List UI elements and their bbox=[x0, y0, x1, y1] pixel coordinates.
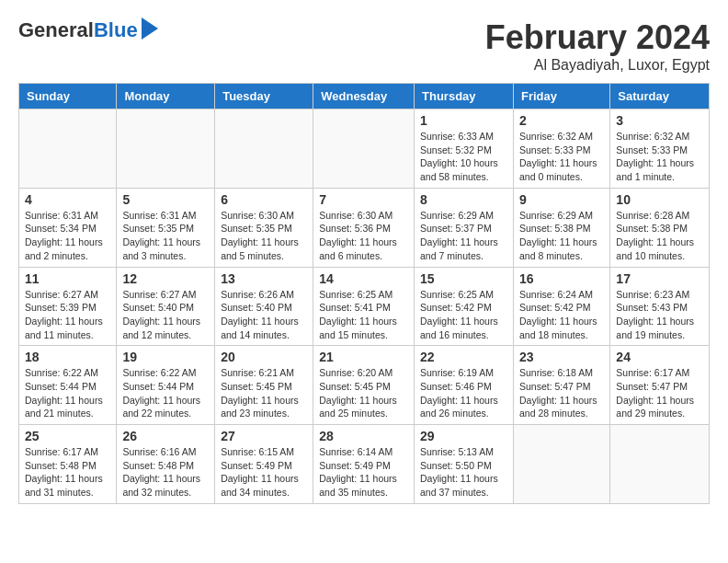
day-info: Sunrise: 6:16 AM Sunset: 5:48 PM Dayligh… bbox=[122, 445, 209, 500]
location-subtitle: Al Bayadiyah, Luxor, Egypt bbox=[485, 57, 710, 74]
day-info: Sunrise: 6:28 AM Sunset: 5:38 PM Dayligh… bbox=[616, 209, 703, 263]
day-info: Sunrise: 6:22 AM Sunset: 5:44 PM Dayligh… bbox=[122, 366, 209, 420]
logo-blue-text: Blue bbox=[94, 18, 138, 42]
day-number: 5 bbox=[122, 192, 209, 207]
weekday-header-sunday: Sunday bbox=[19, 84, 117, 109]
day-number: 7 bbox=[319, 192, 408, 207]
day-number: 16 bbox=[519, 271, 604, 286]
calendar-week-1: 1Sunrise: 6:33 AM Sunset: 5:32 PM Daylig… bbox=[19, 109, 710, 189]
day-number: 25 bbox=[25, 429, 110, 443]
calendar-cell: 22Sunrise: 6:19 AM Sunset: 5:46 PM Dayli… bbox=[415, 346, 514, 425]
calendar-cell: 21Sunrise: 6:20 AM Sunset: 5:45 PM Dayli… bbox=[313, 346, 415, 425]
day-info: Sunrise: 6:15 AM Sunset: 5:49 PM Dayligh… bbox=[221, 445, 307, 500]
calendar-cell: 12Sunrise: 6:27 AM Sunset: 5:40 PM Dayli… bbox=[117, 267, 215, 346]
day-number: 14 bbox=[319, 271, 408, 286]
day-info: Sunrise: 6:32 AM Sunset: 5:33 PM Dayligh… bbox=[616, 130, 703, 184]
day-number: 6 bbox=[221, 192, 307, 207]
day-number: 24 bbox=[616, 350, 703, 364]
day-info: Sunrise: 6:31 AM Sunset: 5:35 PM Dayligh… bbox=[122, 209, 209, 263]
weekday-header-saturday: Saturday bbox=[610, 84, 710, 109]
calendar-cell: 8Sunrise: 6:29 AM Sunset: 5:37 PM Daylig… bbox=[415, 188, 514, 267]
calendar-cell: 16Sunrise: 6:24 AM Sunset: 5:42 PM Dayli… bbox=[513, 267, 609, 346]
calendar-week-2: 4Sunrise: 6:31 AM Sunset: 5:34 PM Daylig… bbox=[19, 188, 710, 267]
day-info: Sunrise: 6:20 AM Sunset: 5:45 PM Dayligh… bbox=[319, 366, 408, 420]
day-info: Sunrise: 6:29 AM Sunset: 5:37 PM Dayligh… bbox=[420, 209, 507, 263]
calendar-cell bbox=[513, 425, 609, 504]
day-info: Sunrise: 6:17 AM Sunset: 5:48 PM Dayligh… bbox=[25, 445, 110, 500]
day-number: 9 bbox=[519, 192, 604, 207]
calendar-cell: 15Sunrise: 6:25 AM Sunset: 5:42 PM Dayli… bbox=[415, 267, 514, 346]
weekday-header-wednesday: Wednesday bbox=[313, 84, 415, 109]
calendar-cell: 17Sunrise: 6:23 AM Sunset: 5:43 PM Dayli… bbox=[610, 267, 710, 346]
day-info: Sunrise: 6:27 AM Sunset: 5:39 PM Dayligh… bbox=[25, 288, 110, 342]
calendar-cell: 18Sunrise: 6:22 AM Sunset: 5:44 PM Dayli… bbox=[19, 346, 117, 425]
day-info: Sunrise: 6:14 AM Sunset: 5:49 PM Dayligh… bbox=[319, 445, 408, 500]
calendar-week-5: 25Sunrise: 6:17 AM Sunset: 5:48 PM Dayli… bbox=[19, 425, 710, 504]
day-info: Sunrise: 6:29 AM Sunset: 5:38 PM Dayligh… bbox=[519, 209, 604, 263]
calendar-cell bbox=[19, 109, 117, 189]
day-number: 15 bbox=[420, 271, 507, 286]
day-info: Sunrise: 6:30 AM Sunset: 5:35 PM Dayligh… bbox=[221, 209, 307, 263]
calendar-cell bbox=[610, 425, 710, 504]
day-number: 10 bbox=[616, 192, 703, 207]
calendar-week-3: 11Sunrise: 6:27 AM Sunset: 5:39 PM Dayli… bbox=[19, 267, 710, 346]
calendar-cell: 7Sunrise: 6:30 AM Sunset: 5:36 PM Daylig… bbox=[313, 188, 415, 267]
day-number: 18 bbox=[25, 350, 110, 364]
day-number: 1 bbox=[420, 113, 507, 128]
calendar-cell: 19Sunrise: 6:22 AM Sunset: 5:44 PM Dayli… bbox=[117, 346, 215, 425]
calendar-cell: 11Sunrise: 6:27 AM Sunset: 5:39 PM Dayli… bbox=[19, 267, 117, 346]
calendar-cell: 2Sunrise: 6:32 AM Sunset: 5:33 PM Daylig… bbox=[513, 109, 609, 189]
calendar-cell: 27Sunrise: 6:15 AM Sunset: 5:49 PM Dayli… bbox=[215, 425, 313, 504]
calendar-cell: 6Sunrise: 6:30 AM Sunset: 5:35 PM Daylig… bbox=[215, 188, 313, 267]
calendar-cell: 29Sunrise: 5:13 AM Sunset: 5:50 PM Dayli… bbox=[415, 425, 514, 504]
calendar-cell: 4Sunrise: 6:31 AM Sunset: 5:34 PM Daylig… bbox=[19, 188, 117, 267]
day-number: 17 bbox=[616, 271, 703, 286]
calendar-cell: 5Sunrise: 6:31 AM Sunset: 5:35 PM Daylig… bbox=[117, 188, 215, 267]
day-number: 28 bbox=[319, 429, 408, 443]
day-info: Sunrise: 6:25 AM Sunset: 5:42 PM Dayligh… bbox=[420, 288, 507, 342]
calendar-cell bbox=[117, 109, 215, 189]
day-number: 27 bbox=[221, 429, 307, 443]
calendar-cell: 3Sunrise: 6:32 AM Sunset: 5:33 PM Daylig… bbox=[610, 109, 710, 189]
day-info: Sunrise: 6:17 AM Sunset: 5:47 PM Dayligh… bbox=[616, 366, 703, 420]
day-info: Sunrise: 6:21 AM Sunset: 5:45 PM Dayligh… bbox=[221, 366, 307, 420]
day-info: Sunrise: 6:25 AM Sunset: 5:41 PM Dayligh… bbox=[319, 288, 408, 342]
calendar-week-4: 18Sunrise: 6:22 AM Sunset: 5:44 PM Dayli… bbox=[19, 346, 710, 425]
calendar-cell bbox=[215, 109, 313, 189]
calendar-cell: 14Sunrise: 6:25 AM Sunset: 5:41 PM Dayli… bbox=[313, 267, 415, 346]
day-info: Sunrise: 5:13 AM Sunset: 5:50 PM Dayligh… bbox=[420, 445, 507, 500]
logo-arrow-icon bbox=[142, 17, 158, 40]
day-number: 22 bbox=[420, 350, 507, 364]
weekday-header-monday: Monday bbox=[117, 84, 215, 109]
calendar-cell: 26Sunrise: 6:16 AM Sunset: 5:48 PM Dayli… bbox=[117, 425, 215, 504]
day-number: 12 bbox=[122, 271, 209, 286]
day-info: Sunrise: 6:24 AM Sunset: 5:42 PM Dayligh… bbox=[519, 288, 604, 342]
calendar-cell: 20Sunrise: 6:21 AM Sunset: 5:45 PM Dayli… bbox=[215, 346, 313, 425]
day-info: Sunrise: 6:23 AM Sunset: 5:43 PM Dayligh… bbox=[616, 288, 703, 342]
calendar-cell: 24Sunrise: 6:17 AM Sunset: 5:47 PM Dayli… bbox=[610, 346, 710, 425]
day-number: 2 bbox=[519, 113, 604, 128]
day-info: Sunrise: 6:32 AM Sunset: 5:33 PM Dayligh… bbox=[519, 130, 604, 184]
weekday-header-row: SundayMondayTuesdayWednesdayThursdayFrid… bbox=[19, 84, 710, 109]
calendar-cell: 25Sunrise: 6:17 AM Sunset: 5:48 PM Dayli… bbox=[19, 425, 117, 504]
calendar-cell: 13Sunrise: 6:26 AM Sunset: 5:40 PM Dayli… bbox=[215, 267, 313, 346]
calendar-cell: 10Sunrise: 6:28 AM Sunset: 5:38 PM Dayli… bbox=[610, 188, 710, 267]
day-number: 8 bbox=[420, 192, 507, 207]
day-number: 29 bbox=[420, 429, 507, 443]
weekday-header-friday: Friday bbox=[513, 84, 609, 109]
day-number: 21 bbox=[319, 350, 408, 364]
logo: General Blue bbox=[18, 18, 158, 42]
calendar-cell: 23Sunrise: 6:18 AM Sunset: 5:47 PM Dayli… bbox=[513, 346, 609, 425]
title-section: February 2024 Al Bayadiyah, Luxor, Egypt bbox=[485, 18, 710, 74]
day-info: Sunrise: 6:27 AM Sunset: 5:40 PM Dayligh… bbox=[122, 288, 209, 342]
weekday-header-tuesday: Tuesday bbox=[215, 84, 313, 109]
day-info: Sunrise: 6:18 AM Sunset: 5:47 PM Dayligh… bbox=[519, 366, 604, 420]
day-number: 3 bbox=[616, 113, 703, 128]
calendar-table: SundayMondayTuesdayWednesdayThursdayFrid… bbox=[18, 83, 710, 504]
calendar-cell bbox=[313, 109, 415, 189]
weekday-header-thursday: Thursday bbox=[415, 84, 514, 109]
day-info: Sunrise: 6:30 AM Sunset: 5:36 PM Dayligh… bbox=[319, 209, 408, 263]
day-number: 26 bbox=[122, 429, 209, 443]
day-info: Sunrise: 6:26 AM Sunset: 5:40 PM Dayligh… bbox=[221, 288, 307, 342]
calendar-cell: 9Sunrise: 6:29 AM Sunset: 5:38 PM Daylig… bbox=[513, 188, 609, 267]
